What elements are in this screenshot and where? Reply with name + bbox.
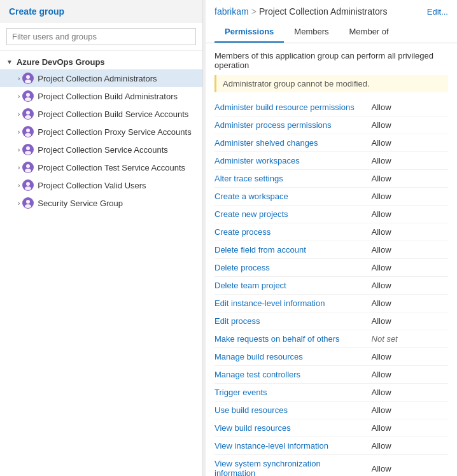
- group-item-pcba[interactable]: › Project Collection Build Administrator…: [0, 87, 202, 105]
- filter-input[interactable]: [6, 28, 196, 45]
- expand-arrow-icon: ›: [18, 93, 20, 100]
- permission-name[interactable]: Administer build resource permissions: [214, 99, 367, 116]
- group-item-pcbsa[interactable]: › Project Collection Build Service Accou…: [0, 105, 202, 123]
- svg-point-20: [25, 186, 31, 190]
- permission-name[interactable]: Delete process: [214, 259, 367, 277]
- permission-name[interactable]: View instance-level information: [214, 437, 367, 455]
- table-row: Create new projects Allow: [214, 206, 448, 223]
- expand-arrow-icon: ›: [18, 111, 20, 118]
- group-item-pca[interactable]: › Project Collection Administrators: [0, 69, 202, 87]
- breadcrumb-separator: >: [251, 6, 257, 17]
- group-icon: [22, 162, 34, 173]
- permission-value: Not set: [367, 330, 448, 348]
- group-label: Project Collection Test Service Accounts: [38, 163, 185, 172]
- permission-value: Allow: [367, 259, 448, 277]
- edit-button[interactable]: Edit...: [427, 7, 448, 17]
- svg-point-22: [26, 200, 30, 204]
- permissions-content: Members of this application group can pe…: [206, 43, 457, 476]
- permission-name[interactable]: Delete field from account: [214, 241, 367, 259]
- svg-point-13: [26, 146, 30, 150]
- section-label: Azure DevOps Groups: [17, 57, 105, 67]
- table-row: Trigger events Allow: [214, 384, 448, 402]
- permission-name[interactable]: Delete team project: [214, 277, 367, 295]
- group-icon: [22, 126, 34, 137]
- tab-members[interactable]: Members: [284, 22, 339, 43]
- permission-value: Allow: [367, 206, 448, 223]
- permission-value: Allow: [367, 170, 448, 188]
- info-text: Members of this application group can pe…: [214, 51, 448, 70]
- table-row: Manage build resources Allow: [214, 348, 448, 366]
- tab-memberOf[interactable]: Member of: [339, 22, 399, 43]
- expand-arrow-icon: ›: [18, 164, 20, 171]
- table-row: Administer workspaces Allow: [214, 152, 448, 170]
- group-item-pctsa[interactable]: › Project Collection Test Service Accoun…: [0, 158, 202, 176]
- permission-value: Allow: [367, 295, 448, 312]
- permission-name[interactable]: Edit process: [214, 312, 367, 330]
- permission-name[interactable]: Administer process permissions: [214, 116, 367, 134]
- permission-value: Allow: [367, 277, 448, 295]
- permission-name[interactable]: Administer shelved changes: [214, 134, 367, 152]
- permission-name[interactable]: Use build resources: [214, 402, 367, 419]
- table-row: View system synchronization information …: [214, 455, 448, 477]
- permission-value: Allow: [367, 99, 448, 116]
- svg-point-17: [25, 169, 31, 172]
- permission-name[interactable]: Edit instance-level information: [214, 295, 367, 312]
- table-row: Create a workspace Allow: [214, 188, 448, 206]
- permission-name[interactable]: Create process: [214, 223, 367, 241]
- svg-point-10: [26, 129, 30, 132]
- tab-permissions[interactable]: Permissions: [214, 22, 284, 43]
- permission-name[interactable]: View system synchronization information: [214, 455, 367, 477]
- group-label: Project Collection Administrators: [38, 74, 157, 83]
- breadcrumb: fabrikam > Project Collection Administra…: [214, 6, 448, 17]
- permission-name[interactable]: View build resources: [214, 419, 367, 437]
- svg-point-23: [25, 204, 31, 208]
- expand-arrow-icon: ›: [18, 200, 20, 207]
- permission-value: Allow: [367, 437, 448, 455]
- table-row: Delete team project Allow: [214, 277, 448, 295]
- permissions-table: Administer build resource permissions Al…: [214, 99, 448, 476]
- permission-name[interactable]: Create new projects: [214, 206, 367, 223]
- permission-name[interactable]: Make requests on behalf of others: [214, 330, 367, 348]
- permission-value: Allow: [367, 455, 448, 477]
- table-row: Administer shelved changes Allow: [214, 134, 448, 152]
- permission-value: Allow: [367, 384, 448, 402]
- group-item-pcsa[interactable]: › Project Collection Service Accounts: [0, 141, 202, 158]
- permission-value: Allow: [367, 152, 448, 170]
- group-item-pcvu[interactable]: › Project Collection Valid Users: [0, 176, 202, 194]
- permission-name[interactable]: Trigger events: [214, 384, 367, 402]
- group-label: Project Collection Build Administrators: [38, 92, 178, 101]
- svg-point-14: [25, 151, 31, 155]
- svg-point-16: [26, 164, 30, 168]
- tabs-container: PermissionsMembersMember of: [214, 22, 448, 43]
- left-panel: Create group ▼ Azure DevOps Groups › Pro…: [0, 0, 203, 476]
- table-row: Manage test controllers Allow: [214, 366, 448, 384]
- group-section-header[interactable]: ▼ Azure DevOps Groups: [0, 55, 202, 69]
- svg-point-2: [25, 80, 31, 83]
- permission-name[interactable]: Manage test controllers: [214, 366, 367, 384]
- group-icon: [22, 144, 34, 155]
- table-row: Edit instance-level information Allow: [214, 295, 448, 312]
- table-row: Make requests on behalf of others Not se…: [214, 330, 448, 348]
- section-chevron-icon: ▼: [6, 59, 13, 66]
- right-header: fabrikam > Project Collection Administra…: [206, 0, 457, 43]
- table-row: Administer process permissions Allow: [214, 116, 448, 134]
- table-row: View build resources Allow: [214, 419, 448, 437]
- group-section: ▼ Azure DevOps Groups › Project Collecti…: [0, 51, 202, 216]
- permission-name[interactable]: Create a workspace: [214, 188, 367, 206]
- svg-point-5: [25, 97, 31, 101]
- permission-value: Allow: [367, 312, 448, 330]
- create-group-button[interactable]: Create group: [0, 0, 202, 23]
- expand-arrow-icon: ›: [18, 182, 20, 189]
- group-label: Security Service Group: [38, 199, 123, 208]
- breadcrumb-org[interactable]: fabrikam: [214, 6, 249, 17]
- group-item-ssg[interactable]: › Security Service Group: [0, 194, 202, 212]
- group-item-pcpsa[interactable]: › Project Collection Proxy Service Accou…: [0, 123, 202, 141]
- permission-value: Allow: [367, 402, 448, 419]
- table-row: Create process Allow: [214, 223, 448, 241]
- group-icon: [22, 197, 34, 209]
- permission-name[interactable]: Administer workspaces: [214, 152, 367, 170]
- permission-name[interactable]: Manage build resources: [214, 348, 367, 366]
- svg-point-19: [26, 182, 30, 186]
- right-panel: fabrikam > Project Collection Administra…: [206, 0, 457, 476]
- permission-name[interactable]: Alter trace settings: [214, 170, 367, 188]
